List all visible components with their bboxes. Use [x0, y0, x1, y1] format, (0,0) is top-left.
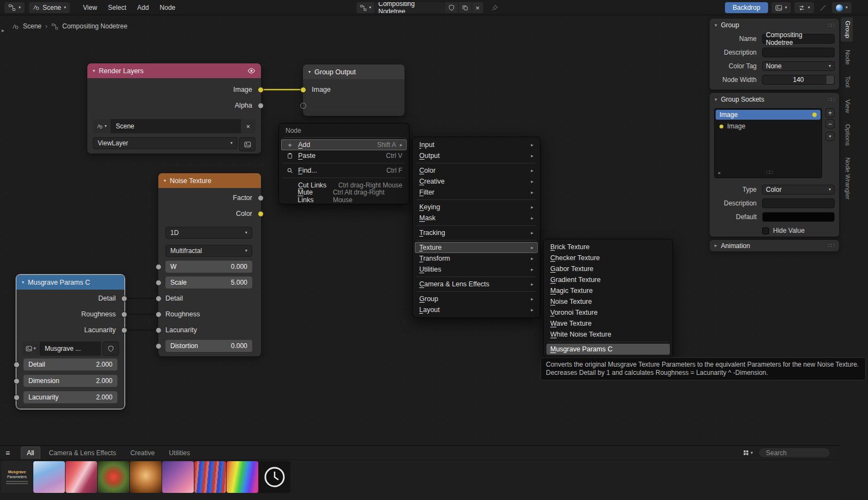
socket-tree-item-image[interactable]: Image [715, 121, 822, 132]
menu-item-mute-links[interactable]: Mute Links Ctrl Alt drag-Right Mouse [279, 191, 409, 202]
socket-image-output[interactable] [258, 87, 264, 93]
filter-expand-icon[interactable]: ▸ [718, 170, 721, 175]
socket-lacunarity-input[interactable] [14, 395, 20, 401]
shelf-tab-camera-lens-effects[interactable]: Camera & Lens Effects [44, 447, 122, 459]
pin-button[interactable] [489, 2, 501, 13]
node-noise-texture[interactable]: ▾ Noise Texture Factor Color 1D ▾ Multif… [158, 173, 261, 356]
submenu-item-output[interactable]: Output▸ [413, 150, 540, 161]
menu-item-paste[interactable]: Paste Ctrl V [279, 150, 409, 161]
menu-view[interactable]: View [79, 2, 102, 13]
submenu-item-keying[interactable]: Keying▸ [413, 202, 540, 213]
socket-distortion-input[interactable] [156, 343, 162, 349]
asset-thumbnail[interactable] [194, 461, 226, 493]
submenu-item-tracking[interactable]: Tracking▸ [413, 227, 540, 238]
socket-detail-output[interactable] [121, 296, 127, 302]
tab-tool[interactable]: Tool [841, 73, 853, 91]
node-render-layers[interactable]: ▾ Render Layers Image Alpha ▾ Scene × Vi… [87, 63, 261, 154]
add-socket-button[interactable]: + [825, 108, 835, 117]
backdrop-toggle-button[interactable]: Backdrop [725, 2, 768, 13]
id-name-field[interactable]: Compositing Nodetree [375, 2, 445, 13]
submenu-item-musgrave-params[interactable]: Musgrave Params C [546, 344, 670, 355]
node-header[interactable]: ▾ Render Layers [87, 63, 261, 78]
breadcrumb-scene[interactable]: Scene [23, 22, 41, 30]
socket-scale-input[interactable] [156, 280, 162, 286]
menu-node[interactable]: Node [156, 2, 180, 13]
noise-type-dropdown[interactable]: Multifractal ▾ [165, 245, 252, 257]
menu-item-add[interactable]: + Add Shift A ▸ [281, 139, 407, 150]
fake-user-toggle[interactable] [103, 342, 119, 356]
fake-user-button[interactable] [445, 2, 459, 13]
socket-image-input[interactable] [300, 87, 306, 93]
submenu-item-checker-texture[interactable]: Checker Texture [544, 252, 673, 263]
search-box[interactable] [758, 448, 830, 458]
nodegroup-name-field[interactable]: Musgrave ... [40, 342, 101, 356]
group-panel-header[interactable]: ▾ Group ∷∷ [710, 19, 839, 32]
menu-add[interactable]: Add [133, 2, 153, 13]
node-group-output[interactable]: ▾ Group Output Image [303, 64, 405, 116]
collapse-icon[interactable]: ▾ [308, 70, 311, 74]
unlink-scene-button[interactable]: × [240, 119, 255, 133]
expand-region-icon[interactable]: ▸ [2, 27, 4, 33]
node-musgrave-params[interactable]: ▾ Musgrave Params C Detail Roughness Lac… [16, 275, 124, 409]
socket-detail-input[interactable] [14, 362, 20, 368]
submenu-item-camera-lens-effects[interactable]: Camera & Lens Effects▸ [413, 279, 540, 290]
socket-roughness-output[interactable] [121, 311, 127, 317]
hide-value-checkbox[interactable] [762, 227, 769, 234]
dimension-field[interactable]: Dimension 2.000 [23, 375, 117, 387]
tab-group[interactable]: Group [841, 17, 853, 42]
scene-browse-button[interactable]: ▾ [93, 119, 111, 133]
submenu-item-group[interactable]: Group▸ [413, 293, 540, 304]
shelf-tab-all[interactable]: All [21, 446, 40, 459]
submenu-item-gabor-texture[interactable]: Gabor Texture [544, 263, 673, 274]
submenu-item-transform[interactable]: Transform▸ [413, 253, 540, 264]
eye-icon[interactable] [247, 67, 255, 75]
socket-specials-menu-button[interactable]: ▾ [825, 132, 835, 141]
socket-lacunarity-output[interactable] [121, 327, 127, 333]
dimensions-dropdown[interactable]: 1D ▾ [165, 227, 252, 239]
socket-lacunarity-input[interactable] [156, 327, 162, 333]
socket-w-input[interactable] [156, 264, 162, 270]
nodegroup-browse-button[interactable]: ▾ [22, 342, 40, 356]
lacunarity-field[interactable]: Lacunarity 2.000 [23, 391, 117, 403]
display-mode-button[interactable]: ▾ [743, 450, 753, 456]
node-header[interactable]: ▾ Group Output [303, 64, 405, 79]
backdrop-channels-dropdown[interactable]: ▾ [771, 2, 791, 13]
node-width-field[interactable]: 140 [762, 75, 835, 85]
scene-selector[interactable]: Scene ▾ [29, 2, 70, 13]
remove-socket-button[interactable]: − [825, 119, 835, 128]
submenu-item-creative[interactable]: Creative▸ [413, 176, 540, 187]
default-color-swatch[interactable] [762, 212, 835, 222]
submenu-item-filter[interactable]: Filter▸ [413, 187, 540, 198]
asset-thumbnail[interactable] [130, 461, 162, 493]
resize-grip-icon[interactable]: ∷∷ [766, 169, 772, 176]
detail-field[interactable]: Detail 2.000 [23, 358, 117, 370]
drag-grip-icon[interactable]: ∷∷ [828, 96, 834, 103]
asset-thumbnail[interactable] [66, 461, 97, 493]
submenu-item-voronoi-texture[interactable]: Voronoi Texture [544, 307, 673, 318]
id-type-selector[interactable]: ▾ [356, 2, 375, 13]
submenu-item-utilities[interactable]: Utilities▸ [413, 264, 540, 275]
distortion-field[interactable]: Distortion 0.000 [165, 340, 252, 352]
drag-grip-icon[interactable]: ∷∷ [828, 242, 834, 249]
sockets-list[interactable]: Image Image ▸ ∷∷ [714, 108, 822, 178]
animation-panel-header[interactable]: ▸ Animation ∷∷ [710, 240, 839, 251]
collapse-icon[interactable]: ▾ [93, 69, 95, 73]
socket-factor-output[interactable] [258, 195, 264, 201]
drag-grip-icon[interactable]: ∷∷ [828, 22, 834, 29]
asset-thumbnail-clock[interactable] [259, 461, 290, 493]
node-header[interactable]: ▾ Noise Texture [158, 173, 261, 188]
search-input[interactable] [766, 449, 851, 457]
socket-dimension-input[interactable] [14, 378, 20, 384]
new-copy-button[interactable] [459, 2, 472, 13]
submenu-item-layout[interactable]: Layout▸ [413, 304, 540, 315]
asset-thumbnail[interactable] [33, 461, 65, 493]
socket-detail-input[interactable] [156, 296, 162, 302]
asset-thumbnail[interactable] [98, 461, 129, 493]
group-description-field[interactable] [762, 48, 835, 57]
menu-select[interactable]: Select [104, 2, 130, 13]
socket-type-dropdown[interactable]: Color ▾ [762, 185, 835, 195]
asset-thumbnail[interactable] [227, 461, 258, 493]
socket-description-field[interactable] [762, 198, 835, 208]
socket-list-item-image[interactable]: Image [716, 110, 821, 120]
drag-handle[interactable] [827, 75, 834, 84]
